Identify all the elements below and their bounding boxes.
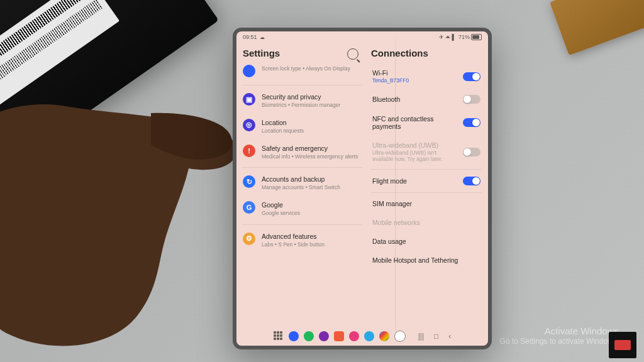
connections-title: Connections: [371, 48, 482, 58]
toggle-switch: [463, 148, 480, 156]
toggle-switch[interactable]: [463, 177, 480, 185]
settings-pane[interactable]: Settings Screen lock type • Always On Di…: [240, 44, 364, 327]
settings-item-icon: [243, 65, 255, 77]
settings-item-subtitle: Google services: [262, 210, 361, 217]
connections-row[interactable]: Data usage: [369, 232, 484, 251]
play-store-icon[interactable]: [379, 331, 389, 341]
app-icon[interactable]: [394, 331, 406, 342]
connections-row[interactable]: Mobile Hotspot and Tethering: [369, 251, 484, 270]
row-label: Mobile Hotspot and Tethering: [372, 256, 458, 264]
connections-row: Mobile networks: [369, 213, 484, 232]
divider: [242, 85, 362, 85]
search-icon[interactable]: [347, 48, 358, 60]
settings-item[interactable]: ◎LocationLocation requests: [240, 114, 364, 140]
app-icon[interactable]: [334, 331, 344, 341]
row-label: Bluetooth: [372, 96, 400, 103]
settings-item-title: Security and privacy: [262, 93, 361, 101]
phone-app-icon[interactable]: [289, 331, 299, 341]
channel-logo-icon: [609, 332, 636, 358]
browser-app-icon[interactable]: [319, 331, 329, 341]
settings-item-title: Accounts and backup: [262, 175, 361, 184]
battery-percent: 71%: [458, 34, 470, 40]
row-label: SIM manager: [372, 200, 412, 207]
row-label: Mobile networks: [372, 219, 420, 226]
settings-item-title: Location: [262, 119, 361, 127]
weather-icon: [260, 34, 265, 40]
status-bar: 09:51 ✈ ▌ 71%: [236, 31, 488, 43]
connections-row: Ultra-wideband (UWB)Ultra-wideband (UWB)…: [369, 136, 484, 168]
row-description: Ultra-wideband (UWB) isn't available now…: [372, 150, 448, 162]
connections-row[interactable]: Flight mode: [369, 171, 484, 191]
taskbar: ||| □ ‹: [236, 327, 488, 346]
row-label: Ultra-wideband (UWB): [372, 141, 448, 149]
settings-item-icon: ↻: [243, 175, 255, 188]
airplane-mode-icon: ✈: [439, 34, 444, 40]
settings-item-subtitle: Biometrics • Permission manager: [262, 102, 361, 109]
connections-row[interactable]: SIM manager: [369, 194, 484, 213]
settings-item-subtitle: Screen lock type • Always On Display: [262, 65, 361, 72]
divider: [242, 167, 362, 168]
phone-screen: 09:51 ✈ ▌ 71% Settings Screen lock type …: [236, 31, 488, 346]
watermark-sub: Go to Settings to activate Windows.: [500, 337, 619, 347]
divider: [371, 169, 482, 170]
app-icon[interactable]: [364, 331, 374, 341]
settings-item[interactable]: ↻Accounts and backupManage accounts • Sm…: [240, 170, 364, 196]
settings-item-title: Advanced features: [262, 233, 361, 241]
settings-item-title: Safety and emergency: [262, 145, 361, 153]
phone-device: 09:51 ✈ ▌ 71% Settings Screen lock type …: [233, 28, 492, 349]
wifi-icon: [447, 34, 450, 40]
divider: [371, 192, 482, 193]
settings-item[interactable]: !Safety and emergencyMedical info • Wire…: [240, 140, 364, 165]
settings-item[interactable]: GGoogleGoogle services: [240, 196, 364, 222]
row-label: NFC and contactless payments: [372, 115, 463, 130]
windows-watermark: Activate Windows Go to Settings to activ…: [500, 325, 619, 347]
signal-icon: ▌: [452, 34, 456, 40]
status-time: 09:51: [243, 34, 257, 40]
settings-item-icon: ◎: [243, 119, 255, 131]
row-sublabel: Tenda_B73FF0: [372, 77, 409, 84]
row-label: Data usage: [372, 238, 406, 245]
battery-icon: [471, 34, 482, 40]
nav-recent-button[interactable]: |||: [418, 332, 424, 341]
settings-item[interactable]: Screen lock type • Always On Display: [240, 63, 364, 82]
nav-home-button[interactable]: □: [434, 332, 438, 341]
nav-back-button[interactable]: ‹: [448, 332, 451, 341]
settings-item[interactable]: ▣Security and privacyBiometrics • Permis…: [240, 88, 364, 114]
divider: [242, 224, 362, 225]
settings-item-subtitle: Labs • S Pen • Side button: [262, 241, 361, 248]
toggle-switch[interactable]: [463, 95, 480, 104]
app-drawer-icon[interactable]: [274, 331, 284, 341]
settings-item-subtitle: Location requests: [262, 128, 361, 134]
settings-item-icon: G: [243, 201, 255, 214]
battery-indicator: 71%: [458, 34, 482, 40]
settings-item-icon: ⚙: [243, 233, 255, 245]
settings-item[interactable]: ⚙Advanced featuresLabs • S Pen • Side bu…: [240, 228, 364, 253]
connections-row[interactable]: Wi-FiTenda_B73FF0: [369, 63, 484, 89]
settings-title: Settings: [243, 48, 280, 58]
settings-item-title: Google: [262, 201, 361, 209]
toggle-switch[interactable]: [463, 72, 480, 81]
row-label: Wi-Fi: [372, 69, 409, 77]
toggle-switch[interactable]: [463, 118, 480, 127]
hand-silhouette: [0, 38, 239, 352]
watermark-title: Activate Windows: [500, 325, 619, 337]
row-label: Flight mode: [372, 177, 407, 185]
settings-item-subtitle: Medical info • Wireless emergency alerts: [262, 153, 361, 160]
messages-app-icon[interactable]: [304, 331, 314, 341]
connections-pane[interactable]: Connections Wi-FiTenda_B73FF0BluetoothNF…: [369, 44, 484, 327]
settings-item-icon: ▣: [243, 93, 255, 106]
settings-item-subtitle: Manage accounts • Smart Switch: [262, 184, 361, 191]
gallery-app-icon[interactable]: [349, 331, 359, 341]
connections-row[interactable]: NFC and contactless payments: [369, 109, 484, 136]
connections-row[interactable]: Bluetooth: [369, 89, 484, 109]
settings-item-icon: !: [243, 145, 255, 157]
